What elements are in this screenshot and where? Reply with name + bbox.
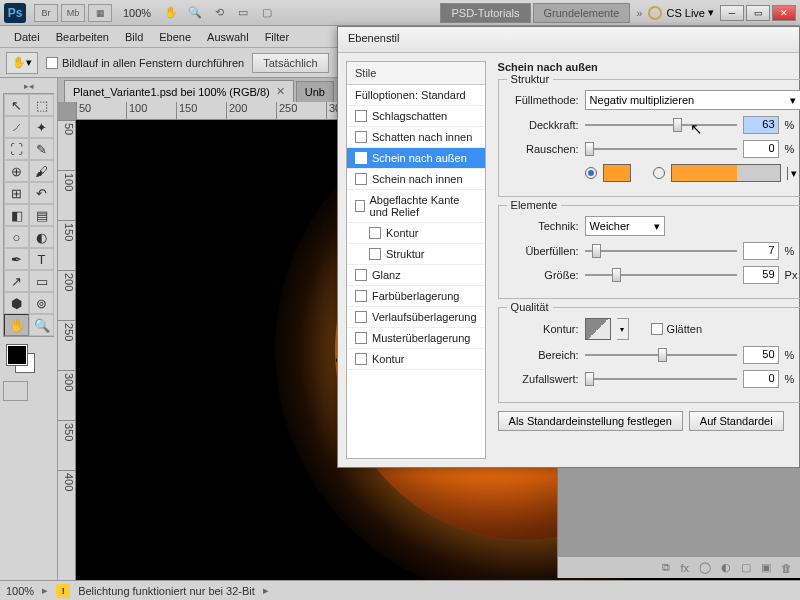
- fx-icon[interactable]: fx: [680, 562, 689, 574]
- viewextras-button[interactable]: ▦: [88, 4, 112, 22]
- screenmode-icon[interactable]: ▢: [257, 6, 277, 19]
- status-arrow[interactable]: ▸: [42, 584, 48, 597]
- style-item-10[interactable]: Verlaufsüberlagerung: [347, 307, 485, 328]
- style-item-3[interactable]: ✓Schein nach außen: [347, 148, 485, 169]
- glow-color-swatch[interactable]: [603, 164, 631, 182]
- style-item-7[interactable]: Struktur: [347, 244, 485, 265]
- folder-icon[interactable]: ▢: [741, 561, 751, 574]
- style-item-2[interactable]: Schatten nach innen: [347, 127, 485, 148]
- status-zoom[interactable]: 100%: [6, 585, 34, 597]
- style-item-12[interactable]: Kontur: [347, 349, 485, 370]
- style-item-8[interactable]: Glanz: [347, 265, 485, 286]
- workspace-tab-2[interactable]: Grundelemente: [533, 3, 631, 23]
- antialias-checkbox[interactable]: Glätten: [651, 323, 702, 335]
- rotate-icon[interactable]: ⟲: [209, 6, 229, 19]
- style-item-6[interactable]: Kontur: [347, 223, 485, 244]
- menu-ebene[interactable]: Ebene: [151, 28, 199, 46]
- more-workspaces[interactable]: »: [636, 7, 642, 19]
- close-icon[interactable]: ✕: [276, 85, 285, 98]
- 3d-tool[interactable]: ⬢: [4, 292, 29, 314]
- scroll-all-checkbox[interactable]: Bildlauf in allen Fenstern durchführen: [46, 57, 244, 69]
- blur-tool[interactable]: ○: [4, 226, 29, 248]
- pen-tool[interactable]: ✒: [4, 248, 29, 270]
- opacity-input[interactable]: 63: [743, 116, 779, 134]
- menu-filter[interactable]: Filter: [257, 28, 297, 46]
- marquee-tool[interactable]: ⬚: [29, 94, 54, 116]
- cslive-button[interactable]: CS Live▾: [648, 6, 714, 20]
- noise-slider[interactable]: [585, 141, 737, 157]
- trash-icon[interactable]: 🗑: [781, 562, 792, 574]
- blendmode-select[interactable]: Negativ multiplizieren▾: [585, 90, 800, 110]
- stamp-tool[interactable]: ⊞: [4, 182, 29, 204]
- style-item-11[interactable]: Musterüberlagerung: [347, 328, 485, 349]
- contour-picker[interactable]: [585, 318, 611, 340]
- heal-tool[interactable]: ⊕: [4, 160, 29, 182]
- style-item-0[interactable]: Füllopti­onen: Standard: [347, 85, 485, 106]
- window-close[interactable]: ✕: [772, 5, 796, 21]
- gradient-tool[interactable]: ▤: [29, 204, 54, 226]
- size-input[interactable]: 59: [743, 266, 779, 284]
- jitter-input[interactable]: 0: [743, 370, 779, 388]
- noise-input[interactable]: 0: [743, 140, 779, 158]
- gradient-dropdown[interactable]: ▾: [787, 167, 800, 180]
- spread-input[interactable]: 7: [743, 242, 779, 260]
- history-tool[interactable]: ↶: [29, 182, 54, 204]
- style-list-header[interactable]: Stile: [347, 62, 485, 85]
- hand-tool[interactable]: ✋: [4, 314, 29, 336]
- zoom-tool[interactable]: 🔍: [29, 314, 54, 336]
- status-arrow-2[interactable]: ▸: [263, 584, 269, 597]
- reset-default-button[interactable]: Auf Standardei: [689, 411, 784, 431]
- glow-gradient-swatch[interactable]: [671, 164, 781, 182]
- camera-tool[interactable]: ⊚: [29, 292, 54, 314]
- quickmask-button[interactable]: [3, 381, 28, 401]
- technique-select[interactable]: Weicher▾: [585, 216, 665, 236]
- menu-bearbeiten[interactable]: Bearbeiten: [48, 28, 117, 46]
- style-item-1[interactable]: Schlagschatten: [347, 106, 485, 127]
- path-tool[interactable]: ↗: [4, 270, 29, 292]
- hand-icon[interactable]: ✋: [161, 6, 181, 19]
- style-item-5[interactable]: Abgeflachte Kante und Relief: [347, 190, 485, 223]
- tool-preset[interactable]: ✋▾: [6, 52, 38, 74]
- brush-tool[interactable]: 🖌: [29, 160, 54, 182]
- eraser-tool[interactable]: ◧: [4, 204, 29, 226]
- document-tab-1[interactable]: Planet_Variante1.psd bei 100% (RGB/8)✕: [64, 80, 294, 102]
- type-tool[interactable]: T: [29, 248, 54, 270]
- color-swatches[interactable]: [3, 341, 54, 377]
- menu-datei[interactable]: Datei: [6, 28, 48, 46]
- color-radio[interactable]: [585, 167, 597, 179]
- jitter-slider[interactable]: [585, 371, 737, 387]
- range-slider[interactable]: [585, 347, 737, 363]
- minibridge-button[interactable]: Mb: [61, 4, 85, 22]
- make-default-button[interactable]: Als Standardeinstellung festlegen: [498, 411, 683, 431]
- lasso-tool[interactable]: ⟋: [4, 116, 29, 138]
- zoom-icon[interactable]: 🔍: [185, 6, 205, 19]
- link-icon[interactable]: ⧉: [662, 561, 670, 574]
- range-input[interactable]: 50: [743, 346, 779, 364]
- contour-dropdown[interactable]: ▾: [617, 318, 629, 340]
- eyedropper-tool[interactable]: ✎: [29, 138, 54, 160]
- wand-tool[interactable]: ✦: [29, 116, 54, 138]
- zoom-display[interactable]: 100%: [123, 7, 151, 19]
- menu-auswahl[interactable]: Auswahl: [199, 28, 257, 46]
- window-maximize[interactable]: ▭: [746, 5, 770, 21]
- bridge-button[interactable]: Br: [34, 4, 58, 22]
- document-tab-2[interactable]: Unb: [296, 81, 334, 102]
- newlayer-icon[interactable]: ▣: [761, 561, 771, 574]
- size-slider[interactable]: [585, 267, 737, 283]
- actual-pixels-button[interactable]: Tatsächlich: [252, 53, 328, 73]
- arrange-icon[interactable]: ▭: [233, 6, 253, 19]
- dodge-tool[interactable]: ◐: [29, 226, 54, 248]
- adjustment-icon[interactable]: ◐: [721, 561, 731, 574]
- shape-tool[interactable]: ▭: [29, 270, 54, 292]
- mask-icon[interactable]: ◯: [699, 561, 711, 574]
- workspace-tab-1[interactable]: PSD-Tutorials: [440, 3, 530, 23]
- window-minimize[interactable]: ─: [720, 5, 744, 21]
- spread-slider[interactable]: [585, 243, 737, 259]
- opacity-slider[interactable]: [585, 117, 737, 133]
- crop-tool[interactable]: ⛶: [4, 138, 29, 160]
- gradient-radio[interactable]: [653, 167, 665, 179]
- menu-bild[interactable]: Bild: [117, 28, 151, 46]
- move-tool[interactable]: ↖: [4, 94, 29, 116]
- style-item-4[interactable]: Schein nach innen: [347, 169, 485, 190]
- style-item-9[interactable]: Farbüberlagerung: [347, 286, 485, 307]
